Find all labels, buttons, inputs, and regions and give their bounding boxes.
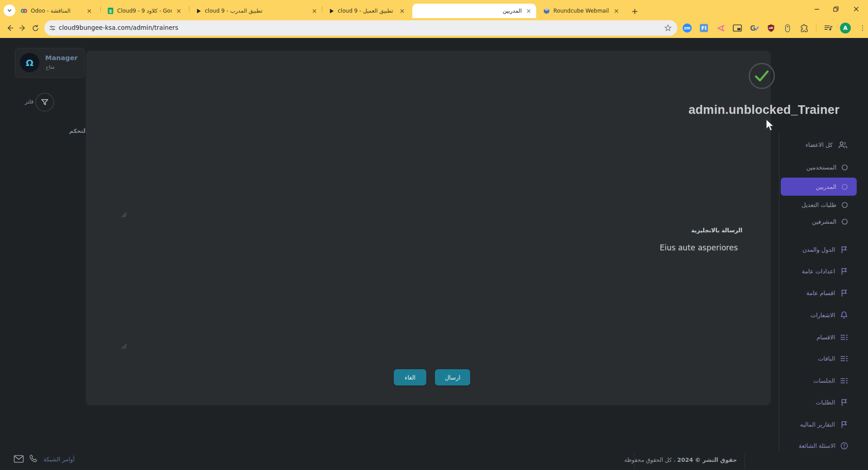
sidebar-item-10[interactable]: الاقسام	[781, 328, 857, 346]
roundcube-favicon	[543, 7, 550, 14]
browser-window: { "browser": { "tabs": [ { "title": "Odo…	[0, 0, 868, 470]
sidebar-item-8[interactable]: اقسام عامة	[781, 284, 857, 302]
odoo-favicon	[20, 7, 28, 14]
flag-icon	[840, 267, 848, 275]
user-card[interactable]: Ω Manager متاح	[15, 48, 85, 78]
new-tab-plus-icon[interactable]: +	[629, 5, 640, 16]
browser-tab-strip: Odoo - المناقشةCloud9 - 9 كلاود - Google…	[0, 0, 868, 18]
playlist-music-icon[interactable]	[823, 23, 833, 33]
tab-close-icon[interactable]	[398, 7, 406, 14]
site-info-icon[interactable]	[49, 24, 56, 33]
tab-separator	[322, 6, 322, 12]
profile-avatar[interactable]: A	[840, 23, 851, 33]
sidebar-item-label: الاقسام	[816, 334, 835, 341]
tab-3[interactable]: cloud 9 - تطبيق المدرب	[192, 4, 322, 18]
alert-icon	[840, 442, 848, 450]
play-favicon	[329, 8, 335, 14]
restore-button[interactable]	[830, 4, 841, 14]
sidebar-item-7[interactable]: اعدادات عامة	[781, 262, 857, 280]
sidebar-item-9[interactable]: الاشعارات	[781, 306, 857, 324]
g-check-extension-icon[interactable]: G	[749, 23, 759, 33]
tab-title: cloud 9 - تطبيق العميل	[338, 8, 395, 14]
sidebar-item-6[interactable]: الدول والمدن	[781, 240, 857, 258]
phone-icon[interactable]	[29, 454, 39, 465]
sidebar-item-15[interactable]: الاسئلة الشائعة	[781, 437, 857, 455]
radio-icon	[841, 218, 848, 225]
tab-4[interactable]: cloud 9 - تطبيق العميل	[325, 4, 410, 18]
sidebar-item-label: طلبات التعديل	[802, 202, 836, 208]
admin-page: Ω Manager متاح فلتر التحكم الرسالة بالان…	[0, 38, 868, 470]
send-button[interactable]: ارسال	[435, 369, 470, 385]
sidebar-item-13[interactable]: الطلبات	[781, 393, 857, 411]
flag-icon	[840, 398, 848, 406]
sidebar-item-5[interactable]: المشرفين	[781, 212, 857, 230]
flag-icon	[840, 289, 848, 297]
filter-button[interactable]	[35, 93, 54, 112]
tab-close-icon[interactable]	[85, 7, 93, 14]
sidebar-item-11[interactable]: الباقات	[781, 349, 857, 367]
extensions-puzzle-icon[interactable]	[799, 23, 809, 33]
kebab-menu-icon[interactable]: ⋮	[858, 23, 868, 33]
user-avatar: Ω	[20, 53, 39, 72]
bell-icon	[840, 311, 848, 319]
svg-text:uD: uD	[769, 26, 774, 30]
tab-close-icon[interactable]	[311, 7, 318, 14]
close-window-button[interactable]	[851, 4, 862, 14]
tab-5[interactable]: المدربين	[412, 4, 536, 18]
sidebar-item-label: المدربين	[816, 183, 836, 190]
url-text[interactable]: cloud9bungee-ksa.com/admin/trainers	[59, 24, 178, 31]
sidebar-item-2[interactable]: المستخدمين	[781, 158, 857, 176]
tab-2[interactable]: Cloud9 - 9 كلاود - Google Shee	[103, 4, 186, 18]
tab-6[interactable]: Roundcube Webmail :: Inbox	[539, 4, 624, 18]
picture-in-picture-icon[interactable]	[732, 23, 742, 33]
forward-icon[interactable]	[17, 23, 28, 33]
filter-label: فلتر	[18, 99, 33, 105]
pink-arrow-extension-icon[interactable]	[716, 23, 726, 33]
reload-icon[interactable]	[30, 23, 41, 33]
flag-icon	[840, 420, 848, 428]
tab-separator	[189, 6, 189, 12]
address-bar[interactable]: cloud9bungee-ksa.com/admin/trainers	[44, 20, 677, 36]
user-name: Manager	[45, 54, 78, 61]
tab-close-icon[interactable]	[175, 7, 182, 14]
toast-title: admin.unblocked_Trainer	[674, 103, 854, 117]
copyright-sep: ،	[674, 456, 675, 463]
cancel-button[interactable]: الغاء	[394, 369, 426, 385]
zoom-extension-icon[interactable]: zm	[682, 23, 692, 33]
sidebar-item-label: الجلسات	[813, 377, 835, 384]
network-commands-link[interactable]: أوامر الشبكة	[43, 456, 75, 463]
tab-close-icon[interactable]	[525, 7, 532, 14]
mouse-cursor	[765, 119, 775, 134]
funnel-icon	[40, 98, 49, 107]
sidebar-item-3[interactable]: المدربين	[781, 178, 857, 196]
textarea-resize-grip[interactable]	[121, 343, 127, 348]
minimize-button[interactable]	[811, 4, 822, 14]
back-icon[interactable]	[5, 23, 15, 33]
sidebar-item-1[interactable]: كل الاعضاء	[781, 136, 857, 154]
tab-title: Roundcube Webmail :: Inbox	[553, 8, 609, 14]
success-check-icon	[749, 63, 775, 89]
bookmark-star-icon[interactable]	[664, 24, 672, 33]
tab-separator	[100, 6, 101, 12]
sidebar-item-12[interactable]: الجلسات	[781, 371, 857, 390]
textarea-resize-grip[interactable]	[121, 211, 127, 217]
english-message-value[interactable]: Eius aute asperiores	[660, 243, 738, 252]
sidebar-item-4[interactable]: طلبات التعديل	[781, 196, 857, 214]
capsule-extension-icon[interactable]	[783, 23, 793, 33]
sidebar-item-label: المستخدمين	[806, 164, 836, 171]
tab-title: Odoo - المناقشة	[31, 8, 82, 14]
radio-icon	[841, 164, 848, 171]
tab-close-icon[interactable]	[613, 7, 620, 14]
tab-title: المدربين	[416, 8, 522, 14]
tab-1[interactable]: Odoo - المناقشة	[16, 4, 97, 18]
fi-extension-icon[interactable]: FI	[699, 23, 709, 33]
sheets-favicon	[107, 7, 114, 14]
shield-extension-icon[interactable]: uD	[766, 23, 776, 33]
sidebar-item-label: المشرفين	[812, 218, 836, 225]
message-modal: الرسالة بالانجليزية Eius aute asperiores…	[86, 51, 771, 405]
sidebar-item-14[interactable]: التقارير الماليه	[781, 415, 857, 433]
tab-title: cloud 9 - تطبيق المدرب	[205, 8, 307, 14]
tab-search-chevron-icon[interactable]	[4, 5, 15, 16]
mail-icon[interactable]	[14, 455, 24, 465]
list-icon	[840, 334, 848, 341]
